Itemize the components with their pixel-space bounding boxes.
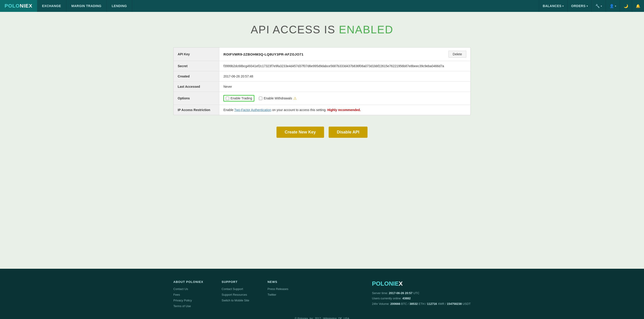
- api-ip-restriction-row: IP Access Restriction Enable Two-Factor …: [174, 105, 470, 115]
- footer-press-releases[interactable]: Press Releases: [268, 287, 288, 291]
- theme-icon-btn[interactable]: 🌙: [620, 0, 632, 12]
- logo[interactable]: POLONIEX: [0, 0, 37, 12]
- api-created-label: Created: [174, 71, 219, 81]
- options-container: Enable Trading Enable Withdrawals ⚠: [224, 95, 296, 101]
- footer-brand: POLONIEX Server time: 2017-06-26 20:57 U…: [372, 280, 471, 310]
- api-options-value: Enable Trading Enable Withdrawals ⚠: [219, 92, 470, 105]
- enable-trading-checkbox[interactable]: [226, 97, 229, 100]
- ip-restriction-text: Enable Two-Factor Authentication on your…: [224, 108, 361, 112]
- footer-news-title: NEWS: [268, 280, 288, 284]
- api-key-row: API Key ROIFVMR9-2ZBOHM3Q-LQ8UY3PR-AFZGJ…: [174, 47, 470, 61]
- logo-niex: NIEX: [20, 3, 32, 9]
- footer-stats: Server time: 2017-06-26 20:57 UTC Users …: [372, 291, 471, 307]
- balances-caret-icon: ▾: [562, 5, 564, 7]
- enable-withdrawals-label: Enable Withdrawals: [264, 96, 292, 100]
- footer-logo: POLONIEX: [372, 280, 471, 287]
- api-last-accessed-row: Last Accessed Never: [174, 82, 470, 92]
- api-table: API Key ROIFVMR9-2ZBOHM3Q-LQ8UY3PR-AFZGJ…: [173, 47, 471, 115]
- highly-recommended-text: Highly recommended.: [327, 108, 361, 112]
- notifications-icon-btn[interactable]: 🔔: [632, 0, 644, 12]
- navbar: POLONIEX EXCHANGE MARGIN TRADING LENDING…: [0, 0, 644, 12]
- footer-logo-niex: X: [399, 280, 403, 287]
- api-secret-row: Secret f3999b2dc68bcg49341ef2c17323f7e9f…: [174, 61, 470, 71]
- footer: ABOUT POLONIEX Contact Us Fees Privacy P…: [0, 269, 644, 319]
- api-key-label: API Key: [174, 47, 219, 61]
- api-options-row: Options Enable Trading Enable Withdrawal…: [174, 92, 470, 105]
- disable-api-button[interactable]: Disable API: [329, 127, 368, 138]
- footer-fees[interactable]: Fees: [173, 293, 203, 296]
- warning-icon: ⚠: [294, 96, 296, 100]
- tools-icon-btn[interactable]: 🔧▾: [592, 0, 606, 12]
- volume-24hr: 24hr Volume: 200666 BTC / 38532 ETH / 11…: [372, 301, 471, 307]
- footer-terms-of-use[interactable]: Terms of Use: [173, 304, 203, 308]
- nav-balances[interactable]: BALANCES ▾: [539, 0, 567, 12]
- nav-exchange[interactable]: EXCHANGE: [37, 0, 66, 12]
- orders-caret-icon: ▾: [586, 5, 588, 7]
- logo-polo: POLO: [4, 3, 20, 9]
- user-caret-icon: ▾: [615, 5, 616, 7]
- api-last-accessed-value: Never: [219, 82, 470, 92]
- page-title-static: API ACCESS IS: [251, 23, 339, 36]
- footer-switch-mobile[interactable]: Switch to Mobile Site: [222, 299, 249, 302]
- enable-withdrawals-checkbox[interactable]: [259, 97, 262, 100]
- api-secret-label: Secret: [174, 61, 219, 71]
- footer-about: ABOUT POLONIEX Contact Us Fees Privacy P…: [173, 280, 203, 310]
- delete-button[interactable]: Delete: [448, 51, 466, 58]
- footer-contact-support[interactable]: Contact Support: [222, 287, 249, 291]
- footer-twitter[interactable]: Twitter: [268, 293, 288, 296]
- footer-news: NEWS Press Releases Twitter: [268, 280, 288, 310]
- nav-margin-trading[interactable]: MARGIN TRADING: [66, 0, 106, 12]
- api-created-row: Created 2017-06-26 20:57:48: [174, 71, 470, 82]
- page-title: API ACCESS IS ENABLED: [251, 23, 393, 36]
- footer-logo-polo: POLONIE: [372, 280, 399, 287]
- footer-contact-us[interactable]: Contact Us: [173, 287, 203, 291]
- right-nav: BALANCES ▾ ORDERS ▾ 🔧▾ 👤▾ 🌙 🔔: [539, 0, 644, 12]
- api-secret-value: f3999b2dc68bcg49341ef2c17323f7e9fa3233e4…: [219, 61, 470, 71]
- users-online: Users currently online: 43882: [372, 296, 471, 301]
- main-nav: EXCHANGE MARGIN TRADING LENDING: [37, 0, 132, 12]
- enable-withdrawals-option[interactable]: Enable Withdrawals ⚠: [259, 96, 296, 100]
- tools-caret-icon: ▾: [601, 5, 602, 7]
- footer-privacy-policy[interactable]: Privacy Policy: [173, 299, 203, 302]
- footer-support-resources[interactable]: Support Resources: [222, 293, 249, 296]
- api-options-label: Options: [174, 92, 219, 105]
- enable-trading-option[interactable]: Enable Trading: [224, 95, 254, 101]
- api-key-text: ROIFVMR9-2ZBOHM3Q-LQ8UY3PR-AFZGJO71: [224, 52, 304, 56]
- api-ip-restriction-label: IP Access Restriction: [174, 105, 219, 115]
- server-time: Server time: 2017-06-26 20:57 UTC: [372, 291, 471, 296]
- api-ip-restriction-value: Enable Two-Factor Authentication on your…: [219, 105, 470, 115]
- main-content: API ACCESS IS ENABLED API Key ROIFVMR9-2…: [0, 12, 644, 269]
- two-factor-link[interactable]: Two-Factor Authentication: [234, 108, 271, 112]
- api-last-accessed-label: Last Accessed: [174, 82, 219, 92]
- footer-support-title: SUPPORT: [222, 280, 249, 284]
- nav-orders[interactable]: ORDERS ▾: [568, 0, 592, 12]
- footer-copyright: © Poloniex, Inc. 2017 · Wilmington, DE, …: [173, 317, 471, 319]
- footer-about-title: ABOUT POLONIEX: [173, 280, 203, 284]
- api-created-value: 2017-06-26 20:57:48: [219, 71, 470, 81]
- api-key-value: ROIFVMR9-2ZBOHM3Q-LQ8UY3PR-AFZGJO71 Dele…: [219, 47, 470, 61]
- nav-lending[interactable]: LENDING: [107, 0, 132, 12]
- footer-inner: ABOUT POLONIEX Contact Us Fees Privacy P…: [173, 280, 471, 310]
- enable-trading-label: Enable Trading: [230, 96, 252, 100]
- page-title-status: ENABLED: [339, 23, 393, 36]
- action-buttons: Create New Key Disable API: [276, 127, 368, 138]
- create-new-key-button[interactable]: Create New Key: [276, 127, 324, 138]
- user-icon-btn[interactable]: 👤▾: [606, 0, 620, 12]
- footer-support: SUPPORT Contact Support Support Resource…: [222, 280, 249, 310]
